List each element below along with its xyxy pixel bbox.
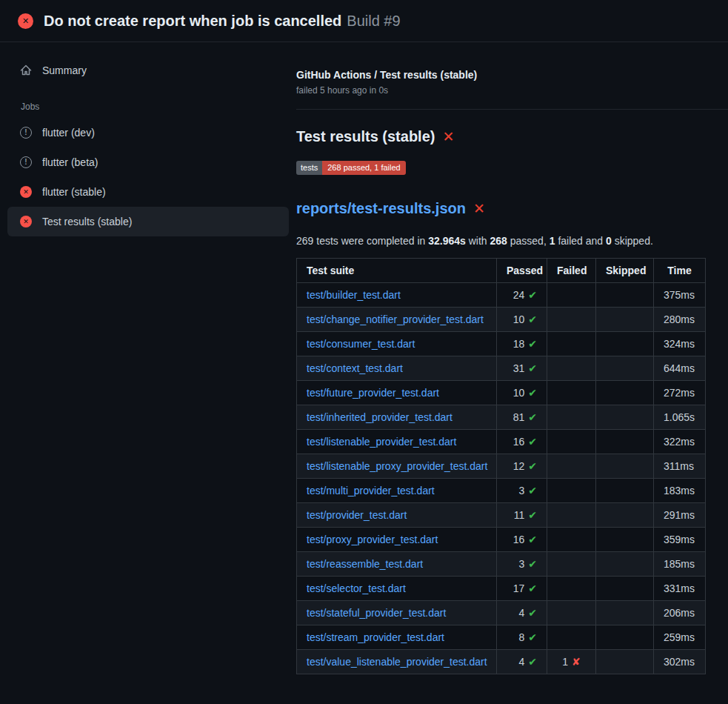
skipped-cell — [596, 601, 654, 625]
suite-cell: test/consumer_test.dart — [297, 332, 497, 356]
suite-link[interactable]: test/listenable_proxy_provider_test.dart — [307, 460, 487, 472]
failed-cell — [547, 308, 596, 332]
divider — [296, 109, 728, 110]
check-run-header: ✕ Do not create report when job is cance… — [0, 0, 728, 42]
x-circle-icon: ✕ — [20, 186, 32, 198]
passed-count: 3 — [518, 485, 524, 497]
x-circle-fill-icon: ✕ — [18, 13, 33, 29]
failed-cell — [547, 479, 596, 503]
sidebar-item-label: flutter (stable) — [42, 186, 106, 198]
summary-failed-count: 1 — [550, 235, 555, 247]
suite-link[interactable]: test/inherited_provider_test.dart — [307, 411, 453, 423]
sidebar-item-job-4[interactable]: ✕Test results (stable) — [7, 207, 289, 236]
column-header-time: Time — [654, 259, 706, 283]
skipped-cell — [596, 308, 654, 332]
summary-part: with — [466, 235, 490, 247]
table-row: test/stream_provider_test.dart8✔259ms — [297, 625, 706, 650]
time-cell: 185ms — [654, 552, 706, 577]
check-icon: ✔ — [528, 534, 537, 545]
badge-label: tests — [296, 161, 322, 175]
column-header-passed: Passed — [497, 259, 547, 283]
failed-cell — [547, 454, 596, 479]
failed-cell — [547, 528, 596, 552]
suite-cell: test/listenable_provider_test.dart — [297, 430, 497, 454]
time-cell: 311ms — [654, 454, 706, 479]
suite-link[interactable]: test/selector_test.dart — [307, 582, 406, 594]
table-header-row: Test suite Passed Failed Skipped Time — [297, 259, 706, 283]
passed-count: 4 — [518, 656, 524, 668]
suite-link[interactable]: test/proxy_provider_test.dart — [307, 534, 438, 545]
summary-part: passed, — [507, 235, 550, 247]
skipped-cell — [596, 283, 654, 308]
suite-link[interactable]: test/provider_test.dart — [307, 509, 407, 521]
passed-cell: 18✔ — [497, 332, 547, 356]
suite-link[interactable]: test/builder_test.dart — [307, 289, 401, 301]
passed-count: 18 — [513, 338, 525, 350]
column-header-skipped: Skipped — [596, 259, 654, 283]
skipped-cell — [596, 650, 654, 674]
column-header-test-suite: Test suite — [297, 259, 497, 283]
failed-cell — [547, 430, 596, 454]
cross-mark-icon: ✕ — [442, 130, 454, 144]
failed-cell — [547, 283, 596, 308]
suite-link[interactable]: test/multi_provider_test.dart — [307, 485, 435, 497]
skipped-cell — [596, 356, 654, 381]
report-heading: reports/test-results.json ✕ — [296, 200, 728, 217]
x-circle-icon: ✕ — [20, 216, 32, 228]
sidebar-item-label: flutter (beta) — [42, 156, 98, 168]
report-file-link[interactable]: reports/test-results.json — [296, 200, 466, 217]
failed-cell — [547, 332, 596, 356]
sidebar-item-label: flutter (dev) — [42, 127, 95, 139]
passed-cell: 11✔ — [497, 503, 547, 528]
suite-link[interactable]: test/context_test.dart — [307, 362, 403, 374]
suite-link[interactable]: test/stateful_provider_test.dart — [307, 607, 446, 619]
table-row: test/builder_test.dart24✔375ms — [297, 283, 706, 308]
build-number: Build #9 — [347, 13, 400, 29]
passed-cell: 12✔ — [497, 454, 547, 479]
passed-cell: 10✔ — [497, 381, 547, 405]
check-icon: ✔ — [528, 607, 537, 619]
passed-count: 10 — [513, 313, 525, 325]
suite-link[interactable]: test/change_notifier_provider_test.dart — [307, 313, 484, 325]
suite-link[interactable]: test/reassemble_test.dart — [307, 558, 423, 570]
suite-cell: test/context_test.dart — [297, 356, 497, 381]
breadcrumb: GitHub Actions / Test results (stable) — [296, 69, 728, 81]
table-row: test/inherited_provider_test.dart81✔1.06… — [297, 405, 706, 430]
summary-passed-count: 268 — [490, 235, 507, 247]
check-icon: ✔ — [528, 289, 537, 301]
suite-link[interactable]: test/value_listenable_provider_test.dart — [307, 656, 487, 668]
passed-count: 16 — [513, 534, 525, 545]
suite-link[interactable]: test/listenable_provider_test.dart — [307, 436, 456, 448]
suite-link[interactable]: test/consumer_test.dart — [307, 338, 415, 350]
summary-line: 269 tests were completed in 32.964s with… — [296, 235, 728, 247]
suite-cell: test/inherited_provider_test.dart — [297, 405, 497, 430]
summary-skipped-count: 0 — [606, 235, 612, 247]
table-row: test/stateful_provider_test.dart4✔206ms — [297, 601, 706, 625]
sidebar-item-job-1[interactable]: !flutter (dev) — [7, 118, 289, 147]
suite-cell: test/future_provider_test.dart — [297, 381, 497, 405]
check-icon: ✔ — [528, 582, 537, 594]
sidebar-item-summary[interactable]: Summary — [7, 56, 289, 85]
sidebar: Summary Jobs !flutter (dev)!flutter (bet… — [0, 42, 296, 236]
passed-cell: 81✔ — [497, 405, 547, 430]
passed-count: 12 — [513, 460, 525, 472]
jobs-section-label: Jobs — [0, 85, 296, 118]
sidebar-item-job-2[interactable]: !flutter (beta) — [7, 147, 289, 177]
suite-link[interactable]: test/stream_provider_test.dart — [307, 631, 444, 643]
suite-cell: test/change_notifier_provider_test.dart — [297, 308, 497, 332]
time-cell: 183ms — [654, 479, 706, 503]
suite-cell: test/builder_test.dart — [297, 283, 497, 308]
passed-cell: 8✔ — [497, 625, 547, 650]
sidebar-item-label: Summary — [42, 64, 87, 76]
time-cell: 324ms — [654, 332, 706, 356]
failed-cell — [547, 552, 596, 577]
table-row: test/change_notifier_provider_test.dart1… — [297, 308, 706, 332]
summary-part: 269 tests were completed in — [296, 235, 428, 247]
passed-cell: 4✔ — [497, 601, 547, 625]
summary-duration: 32.964s — [428, 235, 466, 247]
summary-part: skipped. — [612, 235, 653, 247]
time-cell: 280ms — [654, 308, 706, 332]
sidebar-item-job-3[interactable]: ✕flutter (stable) — [7, 177, 289, 207]
check-icon: ✔ — [528, 362, 537, 374]
suite-link[interactable]: test/future_provider_test.dart — [307, 387, 439, 399]
